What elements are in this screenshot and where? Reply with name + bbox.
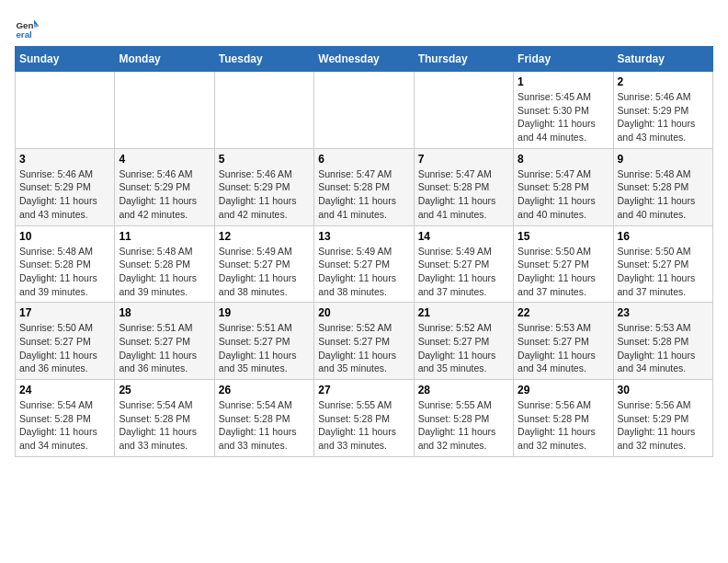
day-number: 4 bbox=[119, 153, 210, 166]
calendar-week-3: 10Sunrise: 5:48 AM Sunset: 5:28 PM Dayli… bbox=[16, 225, 713, 303]
day-number: 16 bbox=[618, 230, 709, 243]
day-number: 15 bbox=[518, 230, 609, 243]
calendar-cell: 28Sunrise: 5:55 AM Sunset: 5:28 PM Dayli… bbox=[414, 380, 513, 457]
day-number: 5 bbox=[219, 153, 310, 166]
weekday-friday: Friday bbox=[514, 47, 613, 72]
day-info: Sunrise: 5:56 AM Sunset: 5:29 PM Dayligh… bbox=[618, 398, 709, 453]
calendar-cell: 14Sunrise: 5:49 AM Sunset: 5:27 PM Dayli… bbox=[414, 225, 513, 303]
weekday-sunday: Sunday bbox=[16, 47, 115, 72]
calendar-cell bbox=[414, 72, 513, 149]
day-number: 11 bbox=[119, 230, 210, 243]
day-info: Sunrise: 5:51 AM Sunset: 5:27 PM Dayligh… bbox=[219, 321, 310, 375]
day-info: Sunrise: 5:46 AM Sunset: 5:29 PM Dayligh… bbox=[119, 167, 210, 222]
logo: Gen eral bbox=[15, 15, 44, 40]
svg-text:eral: eral bbox=[16, 29, 32, 40]
day-info: Sunrise: 5:47 AM Sunset: 5:28 PM Dayligh… bbox=[518, 167, 609, 222]
calendar-cell: 2Sunrise: 5:46 AM Sunset: 5:29 PM Daylig… bbox=[613, 72, 712, 149]
day-number: 3 bbox=[19, 153, 110, 166]
day-info: Sunrise: 5:50 AM Sunset: 5:27 PM Dayligh… bbox=[618, 245, 709, 299]
calendar-cell: 18Sunrise: 5:51 AM Sunset: 5:27 PM Dayli… bbox=[115, 303, 214, 380]
day-info: Sunrise: 5:46 AM Sunset: 5:29 PM Dayligh… bbox=[219, 167, 310, 222]
day-info: Sunrise: 5:45 AM Sunset: 5:30 PM Dayligh… bbox=[518, 90, 609, 144]
calendar-cell: 22Sunrise: 5:53 AM Sunset: 5:27 PM Dayli… bbox=[514, 303, 613, 380]
day-info: Sunrise: 5:51 AM Sunset: 5:27 PM Dayligh… bbox=[119, 321, 210, 375]
calendar-cell: 10Sunrise: 5:48 AM Sunset: 5:28 PM Dayli… bbox=[16, 225, 115, 303]
calendar-table: SundayMondayTuesdayWednesdayThursdayFrid… bbox=[15, 46, 713, 457]
calendar-cell: 17Sunrise: 5:50 AM Sunset: 5:27 PM Dayli… bbox=[16, 303, 115, 380]
calendar-cell: 11Sunrise: 5:48 AM Sunset: 5:28 PM Dayli… bbox=[115, 225, 214, 303]
day-info: Sunrise: 5:49 AM Sunset: 5:27 PM Dayligh… bbox=[219, 245, 310, 299]
logo-icon: Gen eral bbox=[15, 15, 40, 40]
day-info: Sunrise: 5:54 AM Sunset: 5:28 PM Dayligh… bbox=[119, 398, 210, 453]
weekday-thursday: Thursday bbox=[414, 47, 513, 72]
calendar-cell: 15Sunrise: 5:50 AM Sunset: 5:27 PM Dayli… bbox=[514, 225, 613, 303]
weekday-monday: Monday bbox=[115, 47, 214, 72]
day-info: Sunrise: 5:56 AM Sunset: 5:28 PM Dayligh… bbox=[518, 398, 609, 453]
day-number: 17 bbox=[19, 306, 110, 319]
day-info: Sunrise: 5:49 AM Sunset: 5:27 PM Dayligh… bbox=[318, 245, 409, 299]
weekday-wednesday: Wednesday bbox=[314, 47, 414, 72]
day-number: 1 bbox=[518, 75, 609, 88]
calendar-cell bbox=[115, 72, 214, 149]
day-info: Sunrise: 5:46 AM Sunset: 5:29 PM Dayligh… bbox=[618, 90, 709, 144]
calendar-cell: 26Sunrise: 5:54 AM Sunset: 5:28 PM Dayli… bbox=[214, 380, 313, 457]
calendar-cell: 20Sunrise: 5:52 AM Sunset: 5:27 PM Dayli… bbox=[314, 303, 414, 380]
calendar-cell: 9Sunrise: 5:48 AM Sunset: 5:28 PM Daylig… bbox=[613, 148, 712, 225]
day-number: 14 bbox=[418, 230, 509, 243]
calendar-cell bbox=[314, 72, 414, 149]
day-number: 27 bbox=[318, 384, 409, 396]
day-number: 8 bbox=[518, 153, 609, 166]
calendar-cell: 7Sunrise: 5:47 AM Sunset: 5:28 PM Daylig… bbox=[414, 148, 513, 225]
calendar-cell bbox=[214, 72, 313, 149]
calendar-cell: 1Sunrise: 5:45 AM Sunset: 5:30 PM Daylig… bbox=[514, 72, 613, 149]
day-number: 25 bbox=[119, 384, 210, 396]
day-info: Sunrise: 5:48 AM Sunset: 5:28 PM Dayligh… bbox=[19, 245, 110, 299]
day-number: 18 bbox=[119, 306, 210, 319]
day-info: Sunrise: 5:50 AM Sunset: 5:27 PM Dayligh… bbox=[19, 321, 110, 375]
page-header: Gen eral bbox=[15, 15, 713, 40]
calendar-cell: 16Sunrise: 5:50 AM Sunset: 5:27 PM Dayli… bbox=[613, 225, 712, 303]
calendar-cell: 8Sunrise: 5:47 AM Sunset: 5:28 PM Daylig… bbox=[514, 148, 613, 225]
calendar-cell: 4Sunrise: 5:46 AM Sunset: 5:29 PM Daylig… bbox=[115, 148, 214, 225]
day-number: 22 bbox=[518, 306, 609, 319]
weekday-tuesday: Tuesday bbox=[214, 47, 313, 72]
calendar-cell: 24Sunrise: 5:54 AM Sunset: 5:28 PM Dayli… bbox=[16, 380, 115, 457]
weekday-saturday: Saturday bbox=[613, 47, 712, 72]
day-number: 2 bbox=[618, 75, 709, 88]
day-info: Sunrise: 5:55 AM Sunset: 5:28 PM Dayligh… bbox=[318, 398, 409, 453]
calendar-week-1: 1Sunrise: 5:45 AM Sunset: 5:30 PM Daylig… bbox=[16, 72, 713, 149]
calendar-week-2: 3Sunrise: 5:46 AM Sunset: 5:29 PM Daylig… bbox=[16, 148, 713, 225]
day-number: 13 bbox=[318, 230, 409, 243]
calendar-week-5: 24Sunrise: 5:54 AM Sunset: 5:28 PM Dayli… bbox=[16, 380, 713, 457]
calendar-week-4: 17Sunrise: 5:50 AM Sunset: 5:27 PM Dayli… bbox=[16, 303, 713, 380]
calendar-cell: 19Sunrise: 5:51 AM Sunset: 5:27 PM Dayli… bbox=[214, 303, 313, 380]
day-info: Sunrise: 5:55 AM Sunset: 5:28 PM Dayligh… bbox=[418, 398, 509, 453]
day-info: Sunrise: 5:54 AM Sunset: 5:28 PM Dayligh… bbox=[19, 398, 110, 453]
day-number: 19 bbox=[219, 306, 310, 319]
day-number: 10 bbox=[19, 230, 110, 243]
day-number: 30 bbox=[618, 384, 709, 396]
calendar-cell: 23Sunrise: 5:53 AM Sunset: 5:28 PM Dayli… bbox=[613, 303, 712, 380]
day-info: Sunrise: 5:47 AM Sunset: 5:28 PM Dayligh… bbox=[418, 167, 509, 222]
calendar-cell: 13Sunrise: 5:49 AM Sunset: 5:27 PM Dayli… bbox=[314, 225, 414, 303]
calendar-cell: 21Sunrise: 5:52 AM Sunset: 5:27 PM Dayli… bbox=[414, 303, 513, 380]
day-info: Sunrise: 5:47 AM Sunset: 5:28 PM Dayligh… bbox=[318, 167, 409, 222]
day-info: Sunrise: 5:49 AM Sunset: 5:27 PM Dayligh… bbox=[418, 245, 509, 299]
day-number: 24 bbox=[19, 384, 110, 396]
day-number: 23 bbox=[618, 306, 709, 319]
calendar-cell: 3Sunrise: 5:46 AM Sunset: 5:29 PM Daylig… bbox=[16, 148, 115, 225]
day-number: 28 bbox=[418, 384, 509, 396]
calendar-cell: 29Sunrise: 5:56 AM Sunset: 5:28 PM Dayli… bbox=[514, 380, 613, 457]
day-number: 20 bbox=[318, 306, 409, 319]
calendar-cell: 12Sunrise: 5:49 AM Sunset: 5:27 PM Dayli… bbox=[214, 225, 313, 303]
day-number: 7 bbox=[418, 153, 509, 166]
day-info: Sunrise: 5:52 AM Sunset: 5:27 PM Dayligh… bbox=[418, 321, 509, 375]
day-number: 26 bbox=[219, 384, 310, 396]
day-number: 6 bbox=[318, 153, 409, 166]
day-info: Sunrise: 5:50 AM Sunset: 5:27 PM Dayligh… bbox=[518, 245, 609, 299]
calendar-cell: 6Sunrise: 5:47 AM Sunset: 5:28 PM Daylig… bbox=[314, 148, 414, 225]
day-info: Sunrise: 5:53 AM Sunset: 5:28 PM Dayligh… bbox=[618, 321, 709, 375]
day-info: Sunrise: 5:54 AM Sunset: 5:28 PM Dayligh… bbox=[219, 398, 310, 453]
day-number: 9 bbox=[618, 153, 709, 166]
calendar-cell: 27Sunrise: 5:55 AM Sunset: 5:28 PM Dayli… bbox=[314, 380, 414, 457]
